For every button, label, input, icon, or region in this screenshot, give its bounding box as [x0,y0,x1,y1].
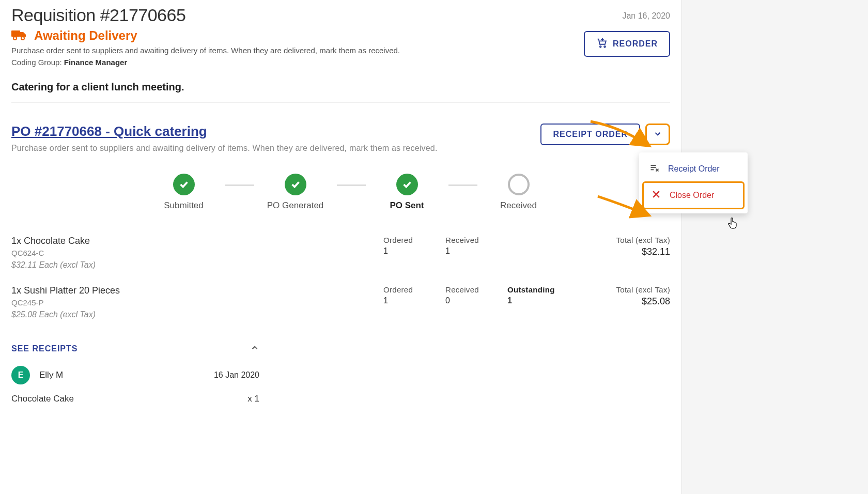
item-name: 1x Sushi Platter 20 Pieces [11,285,383,296]
step-received: Received [477,174,560,211]
menu-item-receipt-order[interactable]: Receipt Order [642,157,745,181]
item-outstanding: 1 [507,296,569,305]
svg-point-2 [21,37,24,40]
item-ordered: 1 [383,246,445,256]
item-sku: QC624-C [11,249,383,257]
requisition-title: Requisition #21770665 [11,5,400,25]
po-link[interactable]: PO #21770668 - Quick catering [11,124,207,139]
po-description: Purchase order sent to suppliers and awa… [11,144,438,153]
item-total: $25.08 [569,296,670,307]
receipt-item-qty: x 1 [247,394,259,404]
line-item-row: 1x Sushi Platter 20 Pieces QC245-P $25.0… [11,279,670,329]
check-icon [173,174,195,195]
check-icon [285,174,306,195]
status-label: Awaiting Delivery [34,28,137,43]
line-item-row: 1x Chocolate Cake QC624-C $32.11 Each (e… [11,229,670,279]
svg-point-1 [13,37,17,40]
requisition-page: Requisition #21770665 Awaiting Delivery … [0,0,682,494]
receipt-user: Elly M [39,370,205,380]
item-name: 1x Chocolate Cake [11,236,383,246]
item-ordered: 1 [383,296,445,305]
step-po-generated: PO Generated [254,174,337,211]
svg-rect-0 [11,30,20,37]
requisition-date: Jan 16, 2020 [584,11,670,21]
check-icon [396,174,418,195]
item-unit-price: $32.11 Each (excl Tax) [11,260,383,270]
avatar: E [11,366,30,384]
receipt-order-button[interactable]: RECEIPT ORDER [540,124,640,145]
item-total: $32.11 [569,246,670,257]
svg-point-4 [604,46,606,48]
receipt-entry: E Elly M 16 Jan 2020 [11,366,259,384]
item-received: 1 [445,246,507,256]
coding-group: Coding Group: Finance Manager [11,58,400,67]
list-x-icon [649,163,660,175]
line-items: 1x Chocolate Cake QC624-C $32.11 Each (e… [11,229,670,329]
see-receipts-toggle[interactable]: SEE RECEIPTS [11,343,259,354]
circle-icon [508,174,530,195]
step-po-sent: PO Sent [366,174,448,211]
receipt-line: Chocolate Cake x 1 [11,394,259,404]
requisition-purpose: Catering for a client lunch meeting. [11,81,670,93]
cursor-hand-icon [727,217,738,231]
item-received: 0 [445,296,507,305]
chevron-up-icon [250,343,259,354]
chevron-down-icon [653,129,662,140]
po-actions-dropdown-button[interactable] [645,124,670,145]
menu-item-close-order[interactable]: Close Order [642,181,745,209]
reorder-button[interactable]: REORDER [584,31,670,57]
po-actions-menu: Receipt Order Close Order [639,152,748,213]
po-progress-steps: Submitted PO Generated PO Sent Received [88,174,594,211]
close-icon [651,189,661,202]
divider [11,102,670,103]
item-sku: QC245-P [11,298,383,307]
svg-point-3 [600,46,601,48]
truck-icon [11,29,27,42]
status-description: Purchase order sent to suppliers and awa… [11,46,400,55]
receipt-item-name: Chocolate Cake [11,394,74,404]
receipt-date: 16 Jan 2020 [214,371,259,380]
step-submitted: Submitted [143,174,225,211]
cart-plus-icon [596,37,608,51]
item-unit-price: $25.08 Each (excl Tax) [11,310,383,319]
